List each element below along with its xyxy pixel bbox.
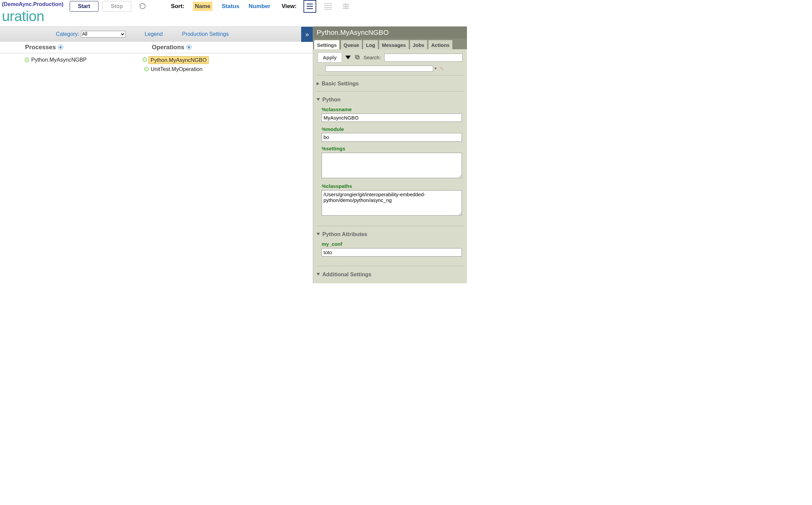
svg-point-7 (325, 5, 326, 6)
chevron-down-icon (317, 98, 320, 101)
svg-point-17 (329, 9, 330, 10)
svg-point-8 (327, 5, 328, 6)
svg-point-6 (330, 3, 332, 4)
svg-rect-27 (355, 55, 358, 58)
category-label: Category: (56, 31, 79, 37)
add-operation-button[interactable]: + (186, 45, 192, 50)
add-process-button[interactable]: + (58, 45, 63, 50)
tab-messages[interactable]: Messages (379, 40, 409, 49)
search-input[interactable] (384, 54, 463, 62)
node-label: Python.MyAsyncNGBP (31, 57, 86, 63)
operation-node-selected[interactable]: Python.MyAsyncNGBO (148, 56, 209, 64)
svg-point-18 (330, 9, 332, 10)
classpaths-textarea[interactable] (322, 190, 462, 216)
search-label: Search: (363, 55, 381, 60)
tab-log[interactable]: Log (363, 40, 378, 49)
svg-point-13 (329, 7, 330, 8)
section-python[interactable]: Python (317, 96, 463, 103)
category-select[interactable]: All (81, 31, 125, 38)
classpaths-label: %classpaths (322, 183, 462, 189)
sort-number[interactable]: Number (249, 3, 270, 10)
view-grid-icon[interactable] (322, 0, 334, 13)
sort-name[interactable]: Name (193, 2, 212, 11)
svg-point-12 (327, 7, 328, 8)
settings-label: %settings (322, 146, 462, 151)
processes-heading: Processes (25, 44, 56, 51)
tab-jobs[interactable]: Jobs (410, 40, 427, 49)
view-label: View: (282, 3, 297, 10)
chevron-right-icon (317, 82, 319, 85)
operation-node[interactable]: UnitTest.MyOperation (143, 66, 243, 73)
sort-status[interactable]: Status (222, 3, 240, 10)
svg-point-16 (327, 9, 328, 10)
section-additional-settings[interactable]: Additional Settings (317, 271, 463, 278)
module-input[interactable] (322, 133, 462, 141)
breadcrumb[interactable]: (DemoAync.Production) (0, 0, 65, 8)
refresh-icon[interactable] (139, 3, 146, 10)
section-python-attributes[interactable]: Python Attributes (317, 231, 463, 237)
chevron-down-icon (317, 233, 320, 235)
operations-heading: Operations (152, 44, 184, 51)
svg-point-3 (325, 3, 326, 4)
legend-link[interactable]: Legend (145, 31, 163, 37)
classname-label: %classname (322, 106, 462, 112)
process-node[interactable]: Python.MyAsyncNGBP (23, 56, 123, 63)
svg-point-9 (329, 5, 330, 6)
tab-settings[interactable]: Settings (314, 40, 340, 49)
wand-icon[interactable]: ✎ (439, 66, 444, 72)
section-title: Python Attributes (322, 231, 367, 237)
section-title: Python (322, 96, 341, 103)
expand-right-button[interactable]: » (301, 27, 313, 42)
side-title: Python.MyAsyncNGBO (313, 26, 467, 39)
status-dot-icon (144, 67, 149, 72)
chevron-right-icon: » (305, 30, 309, 38)
start-button[interactable]: Start (70, 1, 98, 12)
node-label: Python.MyAsyncNGBO (150, 57, 207, 64)
apply-button[interactable]: Apply (318, 52, 342, 63)
myconf-input[interactable] (322, 248, 462, 257)
tab-actions[interactable]: Actions (428, 40, 453, 49)
view-list-icon[interactable] (303, 0, 316, 13)
view-columns-icon[interactable] (340, 0, 352, 13)
copy-icon[interactable] (354, 54, 360, 61)
node-label: UnitTest.MyOperation (151, 66, 203, 72)
status-dot-icon (25, 58, 29, 62)
filter-dropdown-icon[interactable] (434, 68, 437, 70)
svg-point-15 (325, 9, 326, 10)
sort-label: Sort: (171, 3, 184, 10)
production-settings-link[interactable]: Production Settings (182, 31, 229, 37)
myconf-label: my_conf (322, 241, 462, 247)
svg-rect-26 (356, 56, 359, 59)
classname-input[interactable] (322, 114, 462, 122)
status-dot-icon (143, 57, 147, 62)
tab-queue[interactable]: Queue (341, 40, 362, 49)
svg-point-5 (329, 3, 330, 4)
settings-textarea[interactable] (322, 153, 462, 178)
module-label: %module (322, 126, 462, 132)
svg-point-10 (330, 5, 332, 6)
page-title: uration (0, 8, 65, 27)
section-basic-settings[interactable]: Basic Settings (317, 80, 463, 87)
stop-button[interactable]: Stop (102, 1, 131, 12)
svg-point-11 (325, 7, 326, 8)
svg-point-14 (330, 7, 332, 8)
dropdown-icon[interactable] (345, 56, 351, 59)
svg-point-4 (327, 3, 328, 4)
section-title: Basic Settings (322, 80, 359, 87)
chevron-down-icon (317, 273, 320, 276)
section-title: Additional Settings (322, 271, 371, 278)
filter-input[interactable] (325, 66, 433, 71)
